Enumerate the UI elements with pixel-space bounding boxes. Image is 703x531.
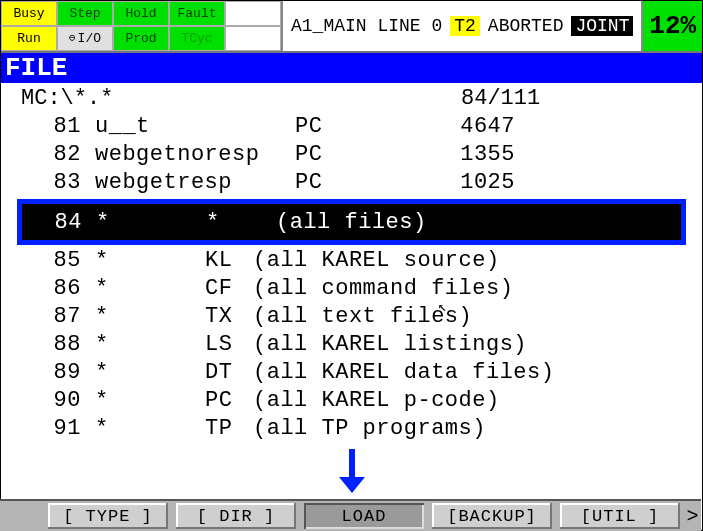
io-icon: ⊖ [69, 33, 76, 44]
status-line: A1_MAIN LINE 0 T2 ABORTED JOINT [283, 1, 641, 51]
file-row[interactable]: 81 u__t PC 4647 [1, 113, 702, 141]
screen-title: FILE [1, 53, 702, 83]
status-prod: Prod [113, 26, 169, 51]
status-grid: Busy Step Hold Fault Run ⊖I/O Prod TCyc [1, 1, 283, 51]
file-counter: 84/111 [461, 85, 702, 113]
status-busy: Busy [1, 1, 57, 26]
backup-button[interactable]: [BACKUP] [432, 503, 552, 529]
softkey-bar: [ TYPE ] [ DIR ] LOAD [BACKUP] [UTIL ] > [0, 499, 701, 531]
filter-row[interactable]: 90 * PC (all KAREL p-code) [1, 387, 702, 415]
path-row: MC:\*.* 84/111 [1, 85, 702, 113]
speed-mode: T2 [450, 16, 480, 36]
arrow-down-icon [1, 447, 702, 493]
top-bar: Busy Step Hold Fault Run ⊖I/O Prod TCyc … [1, 1, 702, 53]
more-button[interactable]: > [684, 501, 701, 531]
filter-row[interactable]: 87 * TX (all text files) [1, 303, 702, 331]
svg-marker-1 [339, 477, 365, 493]
cursor-icon: ↖ [438, 297, 447, 316]
status-hold: Hold [113, 1, 169, 26]
status-tcyc: TCyc [169, 26, 225, 51]
status-step: Step [57, 1, 113, 26]
type-button[interactable]: [ TYPE ] [48, 503, 168, 529]
motion-mode: JOINT [571, 16, 633, 36]
filter-row[interactable]: 91 * TP (all TP programs) [1, 415, 702, 443]
run-state: ABORTED [488, 16, 564, 36]
filter-row[interactable]: 88 * LS (all KAREL listings) [1, 331, 702, 359]
load-button[interactable]: LOAD [304, 503, 424, 529]
file-row-selected[interactable]: 84 * * (all files) [17, 199, 686, 245]
status-io: ⊖I/O [57, 26, 113, 51]
status-run: Run [1, 26, 57, 51]
filter-row[interactable]: 89 * DT (all KAREL data files) [1, 359, 702, 387]
file-row[interactable]: 82 webgetnoresp PC 1355 [1, 141, 702, 169]
util-button[interactable]: [UTIL ] [560, 503, 680, 529]
current-path: MC:\*.* [21, 85, 461, 113]
dir-button[interactable]: [ DIR ] [176, 503, 296, 529]
filter-row[interactable]: 85 * KL (all KAREL source) [1, 247, 702, 275]
filter-row[interactable]: 86 * CF (all command files) [1, 275, 702, 303]
status-fault: Fault [169, 1, 225, 26]
file-listing[interactable]: MC:\*.* 84/111 81 u__t PC 4647 82 webget… [1, 83, 702, 493]
override-pct: 12% [641, 1, 702, 51]
file-row[interactable]: 83 webgetresp PC 1025 [1, 169, 702, 197]
program-name: A1_MAIN LINE 0 [291, 16, 442, 36]
